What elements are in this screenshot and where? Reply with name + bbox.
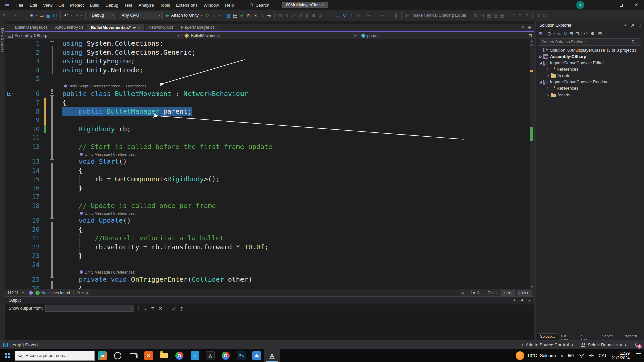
- history-icon[interactable]: ◷: [179, 306, 184, 311]
- expand-arrow-icon[interactable]: ▷: [545, 74, 551, 77]
- action-center-icon[interactable]: [636, 353, 641, 358]
- grid-icon[interactable]: ⊡: [479, 13, 486, 18]
- clear-bookmarks-icon[interactable]: ⊠: [297, 13, 304, 18]
- code-cleanup-icon[interactable]: ✎: [77, 290, 81, 295]
- restore-button[interactable]: [613, 0, 629, 10]
- step-into-icon[interactable]: ↓: [335, 13, 341, 18]
- previous-bookmark-icon[interactable]: ⊲: [283, 13, 290, 18]
- collapse-region-icon[interactable]: −: [50, 277, 54, 281]
- navigate-back-dropdown[interactable]: ▾: [13, 14, 17, 17]
- comment-icon-3[interactable]: ❞: [524, 13, 530, 18]
- menu-help[interactable]: Help: [222, 0, 237, 10]
- code-line-23[interactable]: 23 }: [5, 251, 534, 260]
- code-line-15[interactable]: 15 rb = GetComponent<Rigidbody>();: [5, 175, 534, 184]
- code-line-22[interactable]: 22 rb.velocity = rb.transform.forward * …: [5, 243, 534, 252]
- switch-views-icon[interactable]: ⊞: [539, 31, 542, 36]
- code-line-8[interactable]: 8✎ public BulletManager parent;: [5, 107, 534, 116]
- photoshop-icon[interactable]: Ps: [233, 349, 249, 362]
- tab-list-dropdown-icon[interactable]: ▼: [521, 26, 524, 29]
- hidden-icons-chevron[interactable]: ∧: [561, 353, 564, 358]
- solution-search-input[interactable]: Search Solution Explorer ▾: [539, 38, 641, 46]
- properties-icon[interactable]: ⚙: [591, 31, 595, 36]
- spell-check-icon[interactable]: ✔: [239, 13, 246, 18]
- close-icon[interactable]: ×: [639, 23, 641, 28]
- code-line-4[interactable]: 4using Unity.Netcode;: [5, 66, 534, 75]
- breadcrumb-project[interactable]: Assembly-CSharp ▼: [5, 32, 181, 39]
- collapse-region-icon[interactable]: −: [50, 41, 54, 45]
- tree-item-ingamedebugconsole-runtime[interactable]: ◢IngameDebugConsole.Runtime: [536, 79, 644, 85]
- fold-margin[interactable]: −: [49, 159, 55, 163]
- line-ending-indicator[interactable]: CRLF: [517, 290, 532, 296]
- navigate-forward-icon[interactable]: →: [17, 13, 24, 18]
- fold-margin[interactable]: −: [49, 41, 55, 45]
- collapse-region-icon[interactable]: −: [50, 218, 54, 222]
- menu-window[interactable]: Window: [201, 0, 222, 10]
- vertical-scrollbar[interactable]: ▲ ▼: [530, 39, 534, 289]
- refresh-icon[interactable]: ↻: [563, 31, 567, 36]
- inheritance-icon[interactable]: [7, 92, 11, 96]
- weather-widget[interactable]: 13°C Soleado: [516, 351, 556, 360]
- sql-icon[interactable]: ▥: [492, 13, 499, 18]
- tree-item-references[interactable]: ▷References: [536, 66, 644, 72]
- code-line-11[interactable]: 11: [5, 133, 534, 142]
- new-project-dropdown[interactable]: ▾: [35, 14, 39, 17]
- menu-extensions[interactable]: Extensions: [173, 0, 201, 10]
- codelens-indicator[interactable]: Unity Message | 0 references: [5, 210, 534, 216]
- collapse-region-icon[interactable]: −: [50, 92, 54, 96]
- task-view-icon[interactable]: [125, 349, 141, 362]
- hot-reload-icon[interactable]: ♨: [211, 13, 217, 18]
- search-box[interactable]: Search ▾: [246, 2, 276, 8]
- hot-reload-dropdown[interactable]: ▾: [217, 14, 221, 17]
- minimize-button[interactable]: [598, 0, 613, 10]
- menu-analyze[interactable]: Analyze: [135, 0, 157, 10]
- expand-arrow-icon[interactable]: ▷: [545, 67, 551, 71]
- unity-editor-icon[interactable]: ◬: [264, 349, 280, 362]
- code-line-2[interactable]: 2using System.Collections.Generic;: [5, 48, 534, 57]
- tab-autodestroy-cs[interactable]: AutoDestroy.cs: [51, 24, 87, 31]
- file-explorer-icon[interactable]: [156, 349, 172, 362]
- menu-file[interactable]: File: [13, 0, 26, 10]
- word-wrap-icon[interactable]: ⇄: [171, 306, 176, 311]
- code-line-20[interactable]: 20 {: [5, 225, 534, 234]
- align-top-icon[interactable]: ⊤: [373, 13, 379, 18]
- copy-icon[interactable]: ⊡: [575, 31, 579, 36]
- output-content[interactable]: [5, 313, 534, 340]
- code-line-24[interactable]: 24: [5, 260, 534, 269]
- code-line-21[interactable]: 21 //Donar-li velocitat a la bullet: [5, 234, 534, 243]
- panel-tab-gitcha[interactable]: Git Cha...: [558, 333, 578, 340]
- volume-icon[interactable]: [589, 353, 594, 358]
- panel-tab-properti[interactable]: Properti...: [621, 333, 643, 340]
- menu-project[interactable]: Project: [67, 0, 87, 10]
- code-line-6[interactable]: ↑6−public class BulletMovement : Network…: [5, 89, 534, 98]
- zoom-tool-icon[interactable]: ⊛: [472, 13, 479, 18]
- tree-item-solution--00multiplayerclasse---3-of-3-projects-[interactable]: Solution '00MultiplayerClasse' (3 of 3 p…: [536, 47, 644, 53]
- data-sources-tab[interactable]: Data Sources: [1, 28, 5, 53]
- fold-margin[interactable]: −: [49, 277, 55, 281]
- breadcrumb-type[interactable]: BulletMovement ▼: [181, 32, 358, 39]
- codelens-indicator[interactable]: Unity Message | 0 references: [5, 151, 534, 157]
- panel-tab-servere[interactable]: Server E...: [599, 333, 620, 340]
- tab-bulletmovement-cs-[interactable]: BulletMovement.cs*×: [87, 24, 145, 31]
- table-icon[interactable]: ▦: [486, 13, 492, 18]
- format-document-icon[interactable]: ≣: [259, 13, 266, 18]
- code-line-17[interactable]: 17: [5, 192, 534, 201]
- codelens-indicator[interactable]: Unity Message | 0 references: [5, 269, 534, 275]
- profile-icon[interactable]: ⊚: [541, 13, 548, 18]
- undo-dropdown[interactable]: ▾: [69, 14, 73, 17]
- code-line-10[interactable]: 10 Rigidbody rb;: [5, 125, 534, 134]
- find-in-files-icon[interactable]: ▧: [225, 13, 232, 18]
- save-icon[interactable]: ▣: [45, 13, 52, 18]
- select-repository-button[interactable]: Select Repository ▲: [581, 342, 627, 347]
- tree-item-references[interactable]: ▷References: [536, 85, 644, 92]
- menu-tools[interactable]: Tools: [157, 0, 173, 10]
- spacing-icon[interactable]: ⊩: [404, 13, 411, 18]
- step-over-icon[interactable]: →: [328, 13, 335, 18]
- collapse-region-icon[interactable]: −: [50, 159, 54, 163]
- tree-item-assets[interactable]: ▷Assets: [536, 92, 644, 98]
- pin-icon[interactable]: [133, 26, 136, 29]
- pin-icon[interactable]: [631, 23, 635, 27]
- avatar[interactable]: JF: [576, 1, 584, 9]
- tree-item-ingamedebugconsole-editor[interactable]: ◢IngameDebugConsole.Editor: [536, 60, 644, 66]
- code-line-16[interactable]: 16 }: [5, 184, 534, 193]
- visual-studio-installer-icon[interactable]: ∞: [95, 349, 110, 362]
